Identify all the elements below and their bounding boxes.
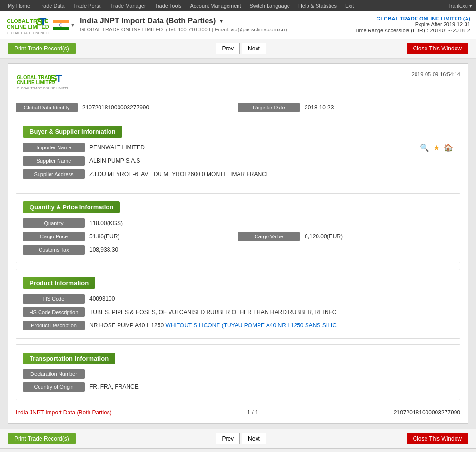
hs-code-row: HS Code 40093100 [23,294,453,304]
supplier-address-row: Supplier Address Z.I.DU MEYROL -6, AVE D… [23,169,453,179]
cargo-value-label: Cargo Value [238,232,300,241]
product-info-section: Product Information HS Code 40093100 HS … [16,269,460,339]
quantity-value: 118.00(KGS) [85,218,453,228]
record-logo: GLOBAL TRADE ONLINE LIMITED G T GLOBAL T… [16,71,68,95]
country-of-origin-value: FR, FRA, FRANCE [85,382,453,392]
svg-text:T: T [40,16,47,28]
svg-point-10 [61,25,61,25]
next-button-top[interactable]: Next [242,43,266,54]
nav-account-management[interactable]: Account Management [187,1,245,10]
page-header: GLOBAL TRADE ONLINE LIMITED G T GLOBAL T… [0,11,476,39]
title-dropdown-arrow[interactable]: ▼ [218,18,224,24]
nav-buttons-top: Prev Next [215,43,267,54]
site-footer: 苏ICP备14033305号 Company Website | Global … [0,448,476,452]
quantity-price-header: Quantity & Price Information [23,201,120,213]
india-flag-icon [53,20,69,30]
nav-trade-tools[interactable]: Trade Tools [151,1,186,10]
nav-buttons-bottom: Prev Next [215,433,267,444]
record-footer-id: 210720181000003277990 [394,409,460,416]
header-title-block: India JNPT Import Data (Both Parties) ▼ … [80,17,290,33]
importer-action-icons: 🔍 ★ 🏠 [420,143,453,152]
product-description-row: Product Description NR HOSE PUMP A40 L 1… [23,320,453,331]
nav-exit[interactable]: Exit [341,1,357,10]
user-account[interactable]: frank.xu ▾ [449,3,472,9]
product-description-label: Product Description [23,321,85,330]
declaration-number-label: Declaration Number [23,369,85,379]
global-data-identity-row: Global Data Identity 2107201810000032779… [16,102,460,113]
quantity-row: Quantity 118.00(KGS) [23,218,453,228]
register-date-label: Register Date [238,103,300,112]
print-button-bottom[interactable]: Print Trade Record(s) [8,433,76,444]
transportation-header: Transportation Information [23,353,115,364]
hs-code-value: 40093100 [85,294,453,304]
quantity-price-section: Quantity & Price Information Quantity 11… [16,193,460,263]
country-of-origin-row: Country of Origin FR, FRA, FRANCE [23,382,453,392]
record-logo-area: GLOBAL TRADE ONLINE LIMITED G T GLOBAL T… [16,71,68,97]
global-data-identity-label: Global Data Identity [16,103,78,112]
close-button-top[interactable]: Close This Window [407,43,468,54]
company-logo: GLOBAL TRADE ONLINE LIMITED G T GLOBAL T… [6,14,49,36]
nav-help-statistics[interactable]: Help & Statistics [295,1,340,10]
page-title: India JNPT Import Data (Both Parties) [80,17,216,25]
country-of-origin-label: Country of Origin [23,382,85,392]
search-icon[interactable]: 🔍 [420,143,429,152]
cargo-price-value: 51.86(EUR) [85,231,238,242]
top-action-bar: Print Trade Record(s) Prev Next Close Th… [0,39,476,59]
time-range: Time Range Accessible (LDR)：201401～20181… [355,27,470,34]
country-flag-container: ▼ [53,20,75,30]
header-left-section: GLOBAL TRADE ONLINE LIMITED G T GLOBAL T… [6,14,290,36]
buyer-supplier-header: Buyer & Supplier Information [23,126,122,138]
record-pagination: 1 / 1 [247,409,258,416]
nav-trade-manager[interactable]: Trade Manager [107,1,150,10]
supplier-address-value: Z.I.DU MEYROL -6, AVE DU MEYROL2600 0 MO… [85,169,453,179]
declaration-number-row: Declaration Number [23,369,453,379]
cargo-price-row: Cargo Price 51.86(EUR) Cargo Value 6,120… [23,231,453,242]
svg-text:T: T [56,72,62,84]
transportation-section: Transportation Information Declaration N… [16,344,460,400]
prev-button-bottom[interactable]: Prev [216,433,240,444]
hs-code-label: HS Code [23,294,85,304]
hs-code-description-row: HS Code Description TUBES, PIPES & HOSES… [23,307,453,317]
declaration-number-value [85,372,453,376]
quantity-label: Quantity [23,218,85,228]
supplier-address-label: Supplier Address [23,169,85,179]
flag-dropdown-arrow[interactable]: ▼ [70,22,75,28]
product-info-header: Product Information [23,277,95,289]
importer-name-row: Importer Name PENNWALT LIMITED 🔍 ★ 🏠 [23,142,453,153]
nav-items-left: My Home Trade Data Trade Portal Trade Ma… [4,1,357,10]
customs-tax-value: 108,938.30 [85,245,453,255]
global-data-identity-value: 210720181000003277990 [78,102,238,113]
supplier-name-label: Supplier Name [23,156,85,166]
record-timestamp: 2019-05-09 16:54:14 [412,71,460,77]
nav-trade-data[interactable]: Trade Data [35,1,69,10]
close-button-bottom[interactable]: Close This Window [407,433,468,444]
cargo-price-label: Cargo Price [23,232,85,241]
buyer-supplier-section: Buyer & Supplier Information Importer Na… [16,118,460,187]
record-footer: India JNPT Import Data (Both Parties) 1 … [16,406,460,416]
company-name: GLOBAL TRADE ONLINE LIMITED (A) [355,16,470,21]
product-description-value: NR HOSE PUMP A40 L 1250 WHITOUT SILICONE… [85,320,453,331]
home-icon[interactable]: 🏠 [444,143,453,152]
importer-name-label: Importer Name [23,143,85,152]
nav-switch-language[interactable]: Switch Language [246,1,294,10]
nav-trade-portal[interactable]: Trade Portal [69,1,106,10]
customs-tax-label: Customs Tax [23,245,85,255]
header-right-section: GLOBAL TRADE ONLINE LIMITED (A) Expire A… [355,16,470,34]
bottom-action-bar: Print Trade Record(s) Prev Next Close Th… [0,429,476,448]
star-icon[interactable]: ★ [433,143,440,152]
prev-button-top[interactable]: Prev [216,43,240,54]
print-button-top[interactable]: Print Trade Record(s) [8,43,76,54]
hs-code-description-label: HS Code Description [23,307,85,317]
main-content-area: GLOBAL TRADE ONLINE LIMITED G T GLOBAL T… [8,63,468,424]
svg-rect-8 [53,27,69,30]
record-header: GLOBAL TRADE ONLINE LIMITED G T GLOBAL T… [16,71,460,97]
supplier-name-row: Supplier Name ALBIN PUMP S.A.S [23,156,453,166]
svg-text:GLOBAL TRADE ONLINE LIMITED: GLOBAL TRADE ONLINE LIMITED [17,87,68,90]
top-navigation: My Home Trade Data Trade Portal Trade Ma… [0,0,476,11]
nav-my-home[interactable]: My Home [4,1,34,10]
importer-name-value: PENNWALT LIMITED [85,142,420,153]
register-date-value: 2018-10-23 [300,102,460,113]
expire-date: Expire After 2019-12-31 [355,21,470,27]
next-button-bottom[interactable]: Next [242,433,266,444]
record-footer-link[interactable]: India JNPT Import Data (Both Parties) [16,409,112,416]
